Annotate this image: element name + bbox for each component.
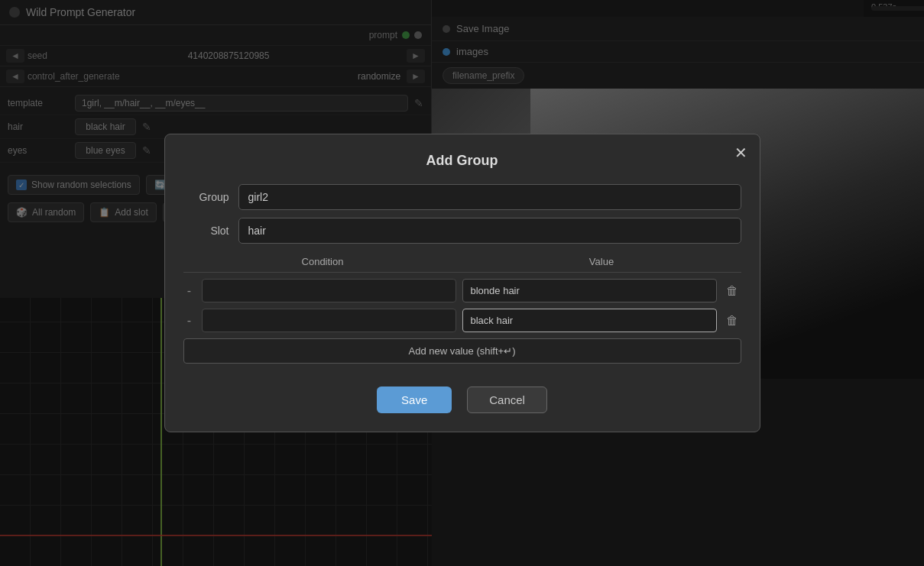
modal-add-new-button[interactable]: Add new value (shift+↵) <box>183 338 741 364</box>
modal-minus-1: - <box>183 284 196 298</box>
modal-value-input-1[interactable] <box>462 279 717 302</box>
modal-delete-button-2[interactable]: 🗑 <box>723 311 741 331</box>
modal-group-row: Group <box>183 184 741 210</box>
modal-overlay: Add Group ✕ Group Slot Condition Value -… <box>0 0 924 566</box>
modal-condition-input-2[interactable] <box>202 309 456 332</box>
modal-delete-button-1[interactable]: 🗑 <box>723 281 741 301</box>
modal-value-header: Value <box>462 256 741 267</box>
modal-cancel-button[interactable]: Cancel <box>467 386 547 413</box>
modal-group-label: Group <box>183 191 229 203</box>
modal-condition-input-1[interactable] <box>202 279 456 302</box>
modal-slot-label: Slot <box>183 225 229 237</box>
add-group-modal: Add Group ✕ Group Slot Condition Value -… <box>164 134 760 432</box>
modal-close-button[interactable]: ✕ <box>734 144 747 162</box>
modal-value-row-2: - 🗑 <box>183 309 741 332</box>
modal-value-input-2[interactable] <box>462 309 717 332</box>
modal-footer: Save Cancel <box>183 386 741 413</box>
modal-slot-input[interactable] <box>238 218 741 244</box>
modal-condition-header: Condition <box>183 256 462 267</box>
modal-table-header: Condition Value <box>183 251 741 273</box>
modal-slot-row: Slot <box>183 218 741 244</box>
modal-title: Add Group <box>183 153 741 169</box>
modal-value-row-1: - 🗑 <box>183 279 741 302</box>
modal-group-input[interactable] <box>238 184 741 210</box>
modal-save-button[interactable]: Save <box>377 386 452 413</box>
modal-minus-2: - <box>183 314 196 328</box>
